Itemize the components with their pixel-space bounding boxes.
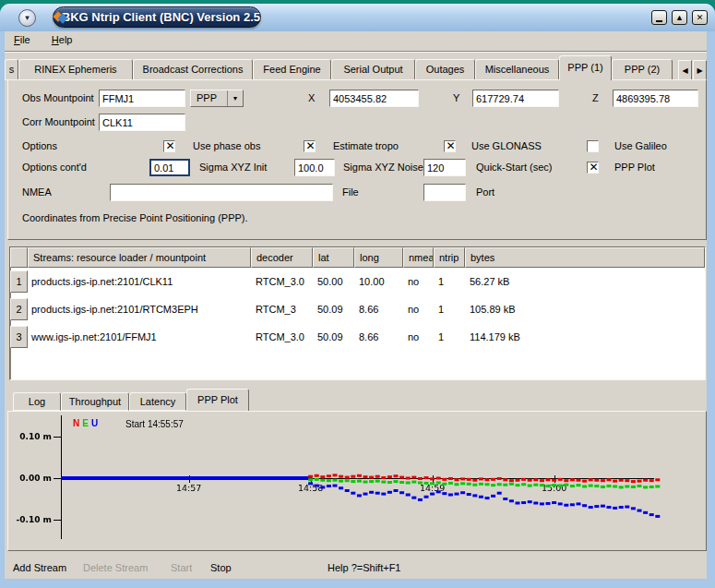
cell-nmea: no bbox=[403, 304, 434, 315]
column-header-mountpoint[interactable]: Streams: resource loader / mountpoint bbox=[28, 247, 251, 268]
nmea-file-field[interactable] bbox=[110, 184, 333, 201]
corr-mountpoint-label: Corr Mountpoint bbox=[22, 114, 95, 131]
ppp1-panel: Obs Mountpoint PPP ▼ X Y Z Corr Mountpoi… bbox=[7, 79, 707, 240]
tab-broadcast-corrections[interactable]: Broadcast Corrections bbox=[133, 59, 253, 80]
plot-start-time: Start 14:55:57 bbox=[125, 419, 184, 429]
stop-button[interactable]: Stop bbox=[210, 560, 232, 575]
legend-up: U bbox=[91, 418, 99, 428]
z-label: Z bbox=[592, 90, 599, 107]
cell-decoder: RTCM_3.0 bbox=[251, 276, 313, 287]
x-label: X bbox=[308, 90, 315, 107]
tab-ppp-1[interactable]: PPP (1) bbox=[559, 55, 612, 80]
tab-outages[interactable]: Outages bbox=[415, 59, 475, 80]
cell-ntrip: 1 bbox=[434, 304, 465, 315]
maximize-icon: ▲ bbox=[675, 13, 684, 22]
use-galileo-checkbox[interactable] bbox=[587, 140, 599, 152]
cell-mountpoint: products.igs-ip.net:2101/RTCM3EPH bbox=[28, 304, 251, 315]
cell-lat: 50.00 bbox=[313, 276, 354, 287]
sigma-xyz-init-label: Sigma XYZ Init bbox=[199, 159, 267, 176]
y-coordinate-field[interactable] bbox=[472, 90, 559, 107]
column-header-long[interactable]: long bbox=[354, 247, 403, 268]
column-header-ntrip[interactable]: ntrip bbox=[434, 247, 465, 268]
row-header-1[interactable]: 1 bbox=[10, 270, 28, 293]
y-label: Y bbox=[453, 90, 459, 107]
app-icon bbox=[54, 11, 55, 23]
start-button[interactable]: Start bbox=[171, 560, 192, 575]
ppp-plot-chart bbox=[8, 412, 706, 550]
minimize-icon bbox=[656, 20, 662, 22]
tab-throughput[interactable]: Throughput bbox=[61, 392, 129, 411]
tab-feed-engine[interactable]: Feed Engine bbox=[253, 59, 331, 80]
minimize-button[interactable] bbox=[651, 10, 667, 25]
add-stream-button[interactable]: Add Stream bbox=[13, 560, 66, 575]
titlebar: ▼ BKG Ntrip Client (BNC) Version 2.5 ▲ ✕ bbox=[0, 4, 715, 31]
x-coordinate-field[interactable] bbox=[329, 90, 419, 107]
streams-table-header: Streams: resource loader / mountpoint de… bbox=[10, 247, 705, 268]
table-row[interactable]: 2 products.igs-ip.net:2101/RTCM3EPH RTCM… bbox=[10, 295, 705, 323]
nmea-port-label: Port bbox=[476, 184, 495, 201]
row-header-2[interactable]: 2 bbox=[10, 298, 28, 320]
ppp-plot-panel: NEU Start 14:55:57 bbox=[7, 411, 707, 551]
menubar-separator bbox=[5, 51, 707, 53]
cell-nmea: no bbox=[403, 276, 434, 287]
tab-scroll-left-button[interactable]: ◀ bbox=[678, 60, 692, 80]
tab-rinex-ephemeris[interactable]: RINEX Ephemeris bbox=[18, 59, 133, 80]
corr-mountpoint-field[interactable] bbox=[99, 114, 185, 131]
mode-combobox[interactable]: PPP ▼ bbox=[190, 90, 244, 107]
cell-ntrip: 1 bbox=[434, 331, 465, 342]
z-coordinate-field[interactable] bbox=[613, 90, 698, 107]
sigma-xyz-init-field[interactable] bbox=[149, 159, 190, 176]
tab-ppp-plot[interactable]: PPP Plot bbox=[186, 389, 249, 411]
options-contd-label: Options cont'd bbox=[22, 159, 87, 176]
obs-mountpoint-label: Obs Mountpoint bbox=[22, 90, 94, 107]
cell-long: 8.66 bbox=[354, 304, 403, 315]
column-header-nmea[interactable]: nmea bbox=[403, 247, 434, 268]
options-label: Options bbox=[22, 138, 57, 155]
tab-log[interactable]: Log bbox=[13, 392, 61, 411]
ppp-plot-checkbox[interactable] bbox=[587, 162, 599, 174]
cell-bytes: 114.179 kB bbox=[465, 331, 705, 342]
sigma-xyz-noise-label: Sigma XYZ Noise bbox=[343, 159, 423, 176]
config-tabbar: s RINEX Ephemeris Broadcast Corrections … bbox=[5, 54, 707, 80]
cell-decoder: RTCM_3 bbox=[251, 304, 313, 315]
cell-bytes: 56.27 kB bbox=[465, 276, 705, 287]
tab-serial-output[interactable]: Serial Output bbox=[331, 59, 415, 80]
table-row[interactable]: 3 www.igs-ip.net:2101/FFMJ1 RTCM_3.0 50.… bbox=[10, 323, 705, 351]
streams-table: Streams: resource loader / mountpoint de… bbox=[9, 246, 706, 380]
menu-file[interactable]: File bbox=[5, 31, 40, 51]
column-header-bytes[interactable]: bytes bbox=[465, 247, 705, 268]
tab-miscellaneous[interactable]: Miscellaneous bbox=[475, 59, 559, 80]
tab-rinex-observations[interactable]: s bbox=[5, 59, 18, 80]
estimate-tropo-label: Estimate tropo bbox=[333, 138, 399, 155]
panel-hint-text: Coordinates from Precise Point Positioni… bbox=[22, 210, 248, 227]
legend-north: N bbox=[73, 418, 80, 428]
row-header-3[interactable]: 3 bbox=[10, 326, 28, 348]
maximize-button[interactable]: ▲ bbox=[672, 10, 687, 25]
column-header-decoder[interactable]: decoder bbox=[251, 247, 313, 268]
quick-start-field[interactable] bbox=[423, 159, 466, 176]
cell-decoder: RTCM_3.0 bbox=[251, 331, 313, 342]
menu-help[interactable]: Help bbox=[42, 31, 82, 51]
use-glonass-checkbox[interactable] bbox=[444, 140, 456, 152]
plot-legend: NEU bbox=[73, 418, 101, 428]
nmea-port-field[interactable] bbox=[423, 184, 466, 201]
cell-long: 10.00 bbox=[354, 276, 403, 287]
cell-bytes: 105.89 kB bbox=[465, 304, 705, 315]
sigma-xyz-noise-field[interactable] bbox=[294, 159, 335, 176]
table-corner-button[interactable] bbox=[10, 247, 28, 268]
estimate-tropo-checkbox[interactable] bbox=[304, 140, 316, 152]
tab-ppp-2[interactable]: PPP (2) bbox=[612, 59, 673, 80]
close-button[interactable]: ✕ bbox=[692, 10, 708, 25]
tab-latency[interactable]: Latency bbox=[129, 392, 186, 411]
window-menu-button[interactable]: ▼ bbox=[18, 9, 36, 27]
tab-scroll-right-button[interactable]: ▶ bbox=[693, 60, 707, 80]
table-row[interactable]: 1 products.igs-ip.net:2101/CLK11 RTCM_3.… bbox=[10, 268, 705, 295]
column-header-lat[interactable]: lat bbox=[313, 247, 354, 268]
obs-mountpoint-field[interactable] bbox=[99, 90, 185, 107]
window-content: File Help s RINEX Ephemeris Broadcast Co… bbox=[5, 31, 707, 579]
nmea-file-label: File bbox=[342, 184, 359, 201]
delete-stream-button[interactable]: Delete Stream bbox=[83, 560, 148, 575]
use-phase-obs-checkbox[interactable] bbox=[163, 140, 175, 152]
tab-scroll-buttons: ◀ ▶ bbox=[678, 60, 707, 80]
window-controls: ▲ ✕ bbox=[651, 10, 708, 25]
